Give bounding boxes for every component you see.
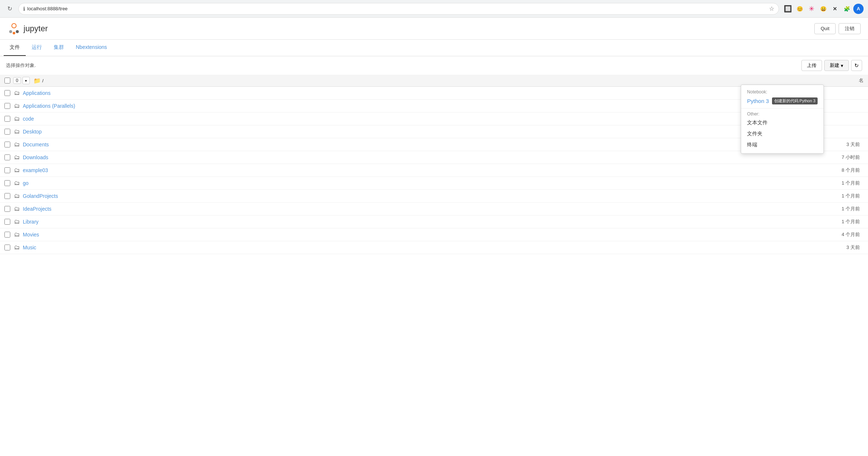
row-checkbox[interactable] (4, 129, 10, 135)
bookmark-icon[interactable]: ☆ (769, 5, 774, 12)
file-link[interactable]: Library (23, 219, 39, 225)
row-checkbox[interactable] (4, 206, 10, 212)
ext-icon-star[interactable]: ✳ (806, 4, 817, 14)
row-checkbox[interactable] (4, 180, 10, 186)
toolbar: 选择操作对象. 上传 新建 ▾ ↻ (0, 56, 868, 75)
text-file-label: 文本文件 (747, 120, 768, 126)
ext-icon-puzzle[interactable]: 🧩 (842, 4, 852, 14)
new-button[interactable]: 新建 ▾ (824, 60, 849, 71)
tab-running[interactable]: 运行 (26, 40, 48, 56)
name-col-header: 名 (859, 77, 864, 84)
refresh-icon: ↻ (854, 63, 859, 68)
folder-icon: 🗂 (14, 206, 20, 212)
notebook-section-label: Notebook: (741, 88, 823, 95)
new-button-label: 新建 (830, 62, 839, 69)
file-link[interactable]: IdeaProjects (23, 206, 51, 212)
row-checkbox[interactable] (4, 116, 10, 122)
row-checkbox[interactable] (4, 103, 10, 109)
new-terminal-item[interactable]: 终端 (741, 139, 823, 150)
file-link[interactable]: Movies (23, 232, 39, 238)
new-python3-item[interactable]: Python 3 创建新的代码 Python 3 (741, 95, 823, 107)
folder-icon: 🗂 (14, 193, 20, 199)
upload-button[interactable]: 上传 (801, 60, 822, 71)
table-row: 🗂 Applications (Parallels) (0, 100, 868, 113)
file-modified: 4 个月前 (842, 231, 864, 238)
folder-icon: 🗂 (14, 103, 20, 109)
table-row: 🗂 Desktop (0, 125, 868, 138)
file-link[interactable]: example03 (23, 167, 48, 173)
url-text: localhost:8888/tree (27, 6, 765, 11)
toolbar-right: 上传 新建 ▾ ↻ (801, 60, 862, 71)
breadcrumb-path: / (42, 78, 44, 83)
refresh-button[interactable]: ↻ (851, 60, 862, 71)
row-checkbox[interactable] (4, 232, 10, 238)
row-checkbox[interactable] (4, 193, 10, 199)
logout-button[interactable]: 注销 (839, 23, 861, 34)
ext-icon-emoji[interactable]: 😀 (818, 4, 828, 14)
terminal-label: 终端 (747, 142, 757, 148)
table-row: 🗂 GolandProjects 1 个月前 (0, 190, 868, 203)
table-row: 🗂 go 1 个月前 (0, 177, 868, 190)
ext-icon-smile[interactable]: 😊 (794, 4, 805, 14)
profile-avatar[interactable]: A (853, 4, 864, 14)
selection-dropdown-btn[interactable]: ▾ (22, 77, 30, 84)
table-row: 🗂 Applications (0, 87, 868, 100)
tab-files[interactable]: 文件 (4, 40, 26, 56)
jupyter-header: jupyter Quit 注销 (0, 18, 868, 40)
table-row: 🗂 Documents 3 天前 (0, 138, 868, 151)
row-checkbox[interactable] (4, 154, 10, 160)
tab-clusters[interactable]: 集群 (48, 40, 70, 56)
folder-icon: 🗂 (14, 231, 20, 238)
table-row: 🗂 Downloads 7 小时前 (0, 151, 868, 164)
file-link[interactable]: GolandProjects (23, 193, 58, 199)
new-folder-item[interactable]: 文件夹 (741, 128, 823, 139)
file-modified: 1 个月前 (842, 193, 864, 199)
row-checkbox[interactable] (4, 167, 10, 173)
folder-icon: 🗂 (14, 90, 20, 96)
row-checkbox[interactable] (4, 245, 10, 250)
file-link[interactable]: Applications (Parallels) (23, 103, 75, 109)
file-modified: 3 天前 (846, 244, 864, 251)
row-checkbox[interactable] (4, 219, 10, 225)
file-link[interactable]: Downloads (23, 154, 48, 160)
svg-point-4 (13, 32, 15, 34)
table-row: 🗂 example03 8 个月前 (0, 164, 868, 177)
folder-icon: 🗂 (14, 115, 20, 122)
breadcrumb: 📁 / (33, 77, 44, 84)
folder-label: 文件夹 (747, 131, 762, 137)
svg-point-2 (9, 30, 12, 33)
quit-button[interactable]: Quit (814, 23, 836, 34)
file-list-header: 0 ▾ 📁 / 名 (0, 75, 868, 87)
reload-button[interactable]: ↻ (4, 4, 15, 14)
table-row: 🗂 Library 1 个月前 (0, 215, 868, 228)
file-modified: 3 天前 (846, 141, 864, 148)
svg-point-1 (12, 24, 16, 28)
file-link[interactable]: code (23, 116, 34, 122)
table-row: 🗂 IdeaProjects 1 个月前 (0, 203, 868, 215)
file-modified: 1 个月前 (842, 218, 864, 225)
jupyter-logo-svg (7, 22, 21, 35)
file-link[interactable]: Documents (23, 142, 49, 147)
ext-icon-x[interactable]: ✕ (830, 4, 840, 14)
file-link[interactable]: go (23, 180, 29, 186)
address-bar[interactable]: ℹ localhost:8888/tree ☆ (18, 3, 779, 15)
file-modified: 1 个月前 (842, 206, 864, 212)
new-text-file-item[interactable]: 文本文件 (741, 117, 823, 128)
file-link[interactable]: Applications (23, 90, 51, 96)
file-modified: 8 个月前 (842, 167, 864, 174)
folder-icon: 🗂 (14, 128, 20, 135)
new-dropdown-arrow: ▾ (841, 63, 843, 68)
row-checkbox[interactable] (4, 142, 10, 147)
file-modified: 1 个月前 (842, 180, 864, 186)
python3-label: Python 3 (747, 98, 769, 104)
select-all-checkbox[interactable] (4, 78, 10, 83)
ext-icon-se[interactable]: 🔲 (783, 4, 793, 14)
folder-icon: 📁 (33, 77, 41, 84)
tab-nbextensions[interactable]: Nbextensions (70, 40, 113, 56)
file-link[interactable]: Desktop (23, 129, 42, 135)
python3-tooltip: 创建新的代码 Python 3 (772, 97, 818, 104)
file-link[interactable]: Music (23, 245, 36, 250)
folder-icon: 🗂 (14, 141, 20, 148)
folder-icon: 🗂 (14, 218, 20, 225)
row-checkbox[interactable] (4, 90, 10, 96)
